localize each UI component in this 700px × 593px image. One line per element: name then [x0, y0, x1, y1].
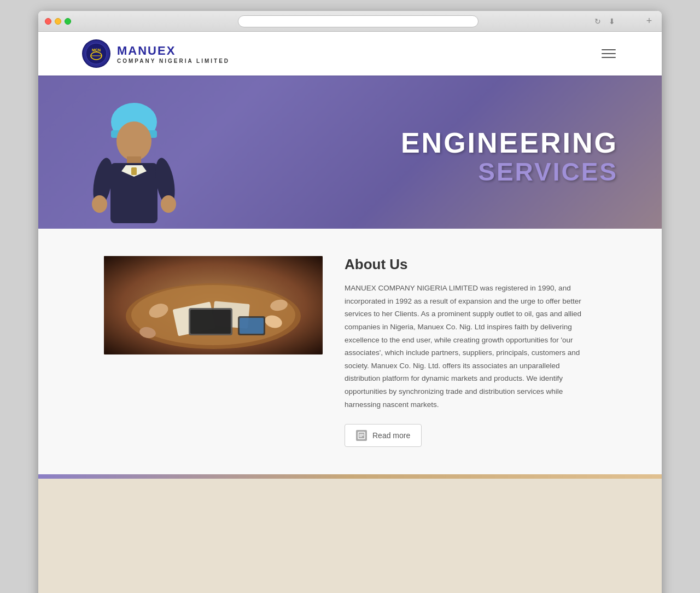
website-content: MCN MANUEX COMPANY NIGERIA LIMITED — [38, 32, 662, 593]
meeting-svg — [104, 256, 323, 354]
minimize-button-dot[interactable] — [55, 18, 61, 25]
address-icons: ↻ ⬇ — [593, 16, 617, 26]
svg-point-14 — [161, 195, 176, 213]
maximize-button-dot[interactable] — [65, 18, 71, 25]
svg-text:MCN: MCN — [92, 48, 101, 52]
logo-icon-inner: MCN — [83, 40, 109, 67]
read-more-icon — [356, 430, 367, 441]
svg-point-6 — [116, 121, 151, 161]
new-tab-button[interactable]: + — [643, 15, 655, 27]
hero-person-figure — [82, 86, 191, 229]
about-section: About Us MANUEX COMPANY NIGERIA LIMITED … — [104, 256, 596, 447]
about-title: About Us — [345, 256, 596, 273]
hero-text: ENGINEERING SERVICES — [401, 118, 662, 187]
browser-titlebar: ↻ ⬇ + — [38, 11, 662, 32]
svg-rect-10 — [131, 167, 137, 175]
hero-banner: ENGINEERING SERVICES — [38, 75, 662, 229]
svg-point-13 — [92, 195, 107, 213]
hamburger-line-2 — [602, 53, 616, 54]
hamburger-line-1 — [602, 49, 616, 50]
hamburger-line-3 — [602, 57, 616, 58]
footer-stripe — [38, 474, 662, 479]
address-input[interactable] — [238, 15, 479, 27]
person-svg — [82, 86, 191, 229]
svg-rect-22 — [190, 310, 231, 334]
reload-icon[interactable]: ↻ — [593, 16, 603, 26]
svg-point-0 — [86, 43, 107, 64]
logo-icon: MCN — [82, 39, 110, 68]
read-more-label: Read more — [372, 431, 410, 440]
about-body: MANUEX COMPANY NIGERIA LIMITED was regis… — [345, 282, 596, 411]
lower-area — [38, 479, 662, 593]
logo-text: MANUEX COMPANY NIGERIA LIMITED — [117, 44, 230, 64]
download-icon[interactable]: ⬇ — [607, 16, 617, 26]
meeting-scene — [104, 256, 323, 354]
browser-dots — [45, 18, 71, 25]
logo-name: MANUEX — [117, 44, 230, 58]
logo-area: MCN MANUEX COMPANY NIGERIA LIMITED — [82, 39, 230, 68]
address-bar-area: ↻ ⬇ — [78, 15, 639, 27]
about-text-area: About Us MANUEX COMPANY NIGERIA LIMITED … — [345, 256, 596, 447]
about-image — [104, 256, 323, 354]
site-header: MCN MANUEX COMPANY NIGERIA LIMITED — [38, 32, 662, 75]
browser-window: ↻ ⬇ + MCN — [38, 11, 662, 593]
hero-title-2: SERVICES — [401, 157, 618, 187]
hero-title-1: ENGINEERING — [401, 129, 618, 157]
main-content: About Us MANUEX COMPANY NIGERIA LIMITED … — [38, 229, 662, 474]
logo-subtitle: COMPANY NIGERIA LIMITED — [117, 58, 230, 64]
read-more-button[interactable]: Read more — [345, 424, 422, 447]
hamburger-menu[interactable] — [599, 47, 618, 60]
close-button-dot[interactable] — [45, 18, 51, 25]
svg-rect-28 — [240, 318, 264, 334]
